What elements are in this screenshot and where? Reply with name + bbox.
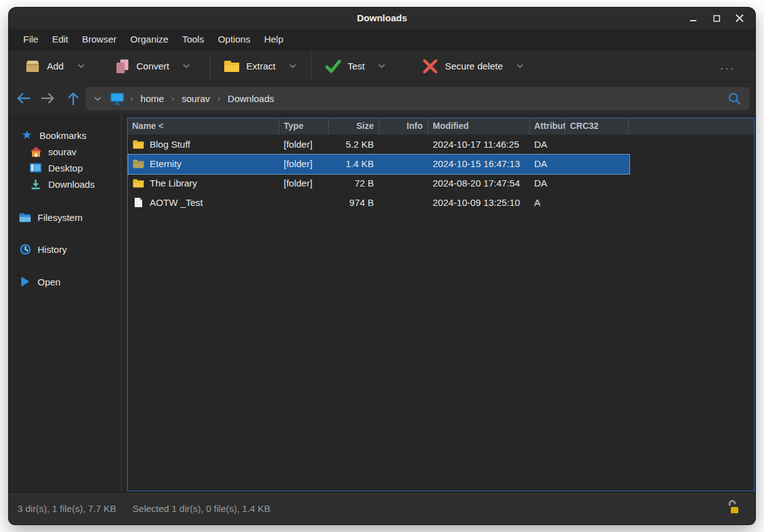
close-button[interactable] bbox=[735, 14, 744, 23]
file-type: [folder] bbox=[279, 135, 329, 154]
convert-button[interactable]: Convert bbox=[107, 53, 197, 80]
menu-tools[interactable]: Tools bbox=[175, 29, 211, 49]
column-header-modified[interactable]: Modified bbox=[428, 118, 530, 135]
file-info bbox=[379, 154, 428, 173]
test-dropdown-chevron[interactable] bbox=[378, 64, 385, 68]
file-list-panel: Name < Type Size Info Modified Attribut … bbox=[127, 118, 755, 491]
column-header-crc32[interactable]: CRC32 bbox=[565, 118, 629, 135]
file-attribut: DA bbox=[530, 154, 565, 173]
star-icon: ★ bbox=[21, 129, 33, 141]
file-attribut: DA bbox=[530, 173, 565, 193]
file-size: 1.4 KB bbox=[329, 154, 379, 173]
file-size: 72 B bbox=[329, 173, 379, 193]
search-button[interactable] bbox=[728, 92, 741, 106]
secure-delete-button[interactable]: Secure delete bbox=[415, 53, 530, 80]
folder-icon bbox=[133, 178, 144, 188]
menu-file[interactable]: File bbox=[16, 29, 45, 49]
menu-browser[interactable]: Browser bbox=[75, 29, 123, 49]
file-modified: 2024-10-09 13:25:10 bbox=[428, 193, 530, 212]
breadcrumb[interactable]: › home › sourav › Downloads bbox=[85, 87, 750, 110]
file-info bbox=[379, 193, 428, 212]
arrow-up-icon bbox=[67, 91, 80, 106]
add-dropdown-chevron[interactable] bbox=[78, 64, 85, 68]
maximize-button[interactable] bbox=[712, 14, 721, 23]
file-crc32 bbox=[565, 173, 629, 193]
window-title: Downloads bbox=[9, 8, 755, 29]
table-row[interactable]: Blog Stuff [folder] 5.2 KB 2024-10-17 11… bbox=[128, 135, 754, 154]
menu-help[interactable]: Help bbox=[257, 29, 291, 49]
extract-dropdown-chevron[interactable] bbox=[289, 64, 296, 68]
folder-icon bbox=[133, 159, 144, 169]
table-row[interactable]: AOTW _Test 974 B 2024-10-09 13:25:10 A bbox=[128, 193, 754, 212]
test-label: Test bbox=[348, 61, 365, 71]
file-name: Blog Stuff bbox=[150, 135, 190, 154]
archive-add-icon bbox=[24, 58, 41, 74]
sidebar-item-bookmarks[interactable]: ★ Bookmarks bbox=[21, 127, 86, 143]
secure-delete-icon bbox=[421, 58, 439, 74]
file-modified: 2024-10-17 11:46:25 bbox=[428, 135, 530, 154]
up-button[interactable] bbox=[63, 88, 84, 108]
add-button[interactable]: Add bbox=[18, 53, 91, 80]
convert-dropdown-chevron[interactable] bbox=[183, 64, 190, 68]
toolbar-more-button[interactable]: ... bbox=[720, 59, 735, 73]
toolbar-separator bbox=[311, 53, 312, 80]
history-clock-icon bbox=[19, 243, 31, 255]
sidebar-item-history[interactable]: History bbox=[19, 241, 67, 257]
table-row-selected[interactable]: Eternity [folder] 1.4 KB 2024-10-15 16:4… bbox=[128, 154, 754, 173]
file-info bbox=[379, 173, 428, 193]
add-label: Add bbox=[47, 61, 64, 71]
test-button[interactable]: Test bbox=[318, 53, 392, 80]
toolbar-separator bbox=[210, 53, 210, 80]
breadcrumb-home[interactable]: home bbox=[134, 93, 170, 104]
column-header-info[interactable]: Info bbox=[379, 118, 428, 135]
file-name: AOTW _Test bbox=[150, 193, 203, 212]
file-attribut: A bbox=[530, 193, 565, 212]
menu-organize[interactable]: Organize bbox=[123, 29, 175, 49]
sidebar-label: Bookmarks bbox=[39, 130, 86, 141]
menu-edit[interactable]: Edit bbox=[45, 29, 75, 49]
minimize-icon bbox=[690, 15, 697, 22]
sidebar-item-sourav[interactable]: sourav bbox=[29, 143, 76, 160]
breadcrumb-sourav[interactable]: sourav bbox=[175, 93, 216, 104]
file-attribut: DA bbox=[530, 135, 565, 154]
minimize-button[interactable] bbox=[689, 14, 698, 23]
unlocked-padlock-icon[interactable] bbox=[726, 500, 739, 517]
test-check-icon bbox=[324, 58, 342, 74]
download-arrow-icon bbox=[29, 178, 42, 190]
file-type: [folder] bbox=[279, 173, 329, 193]
column-header-name[interactable]: Name < bbox=[128, 118, 279, 135]
sidebar-label: Filesystem bbox=[38, 212, 83, 223]
sidebar-label: History bbox=[38, 244, 67, 255]
extract-button[interactable]: Extract bbox=[217, 53, 302, 80]
list-header: Name < Type Size Info Modified Attribut … bbox=[128, 118, 754, 135]
status-summary: 3 dir(s), 1 file(s), 7.7 KB bbox=[18, 503, 116, 514]
secure-delete-dropdown-chevron[interactable] bbox=[517, 64, 524, 68]
breadcrumb-separator: › bbox=[129, 94, 134, 103]
arrow-right-icon bbox=[41, 92, 56, 105]
file-icon bbox=[133, 198, 144, 208]
sidebar-splitter[interactable] bbox=[121, 114, 121, 492]
computer-icon[interactable] bbox=[110, 93, 124, 105]
back-button[interactable] bbox=[13, 88, 34, 108]
table-row[interactable]: The Library [folder] 72 B 2024-08-20 17:… bbox=[128, 173, 754, 193]
column-header-attribut[interactable]: Attribut bbox=[530, 118, 565, 135]
file-modified: 2024-10-15 16:47:13 bbox=[428, 154, 530, 173]
file-crc32 bbox=[565, 154, 629, 173]
sidebar-item-filesystem[interactable]: Filesystem bbox=[19, 209, 83, 225]
secure-delete-label: Secure delete bbox=[445, 61, 503, 71]
search-icon bbox=[728, 92, 741, 106]
desktop-icon bbox=[29, 161, 42, 174]
column-header-size[interactable]: Size bbox=[329, 118, 379, 135]
sidebar-label: Desktop bbox=[48, 163, 83, 173]
sidebar-item-desktop[interactable]: Desktop bbox=[29, 160, 83, 176]
breadcrumb-expand-chevron[interactable] bbox=[94, 96, 101, 101]
forward-button[interactable] bbox=[38, 88, 59, 108]
menu-options[interactable]: Options bbox=[211, 29, 257, 49]
sidebar-item-open[interactable]: Open bbox=[19, 274, 61, 290]
file-crc32 bbox=[565, 193, 629, 212]
breadcrumb-downloads[interactable]: Downloads bbox=[222, 93, 281, 104]
file-type bbox=[279, 193, 329, 212]
column-header-type[interactable]: Type bbox=[279, 118, 329, 135]
sidebar-item-downloads[interactable]: Downloads bbox=[29, 176, 95, 192]
toolbar: Add Convert bbox=[9, 50, 755, 83]
